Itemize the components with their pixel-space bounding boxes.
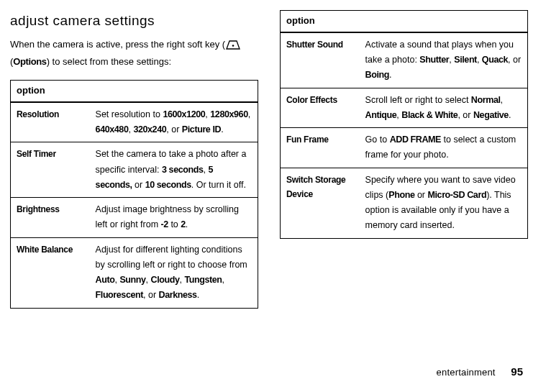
option-value: Tungsten — [184, 275, 222, 285]
intro-paragraph: When the camera is active, press the rig… — [10, 37, 258, 70]
table-header: option — [281, 11, 528, 32]
option-text: . — [221, 124, 223, 135]
option-value: 640x480 — [96, 124, 129, 135]
option-text: , — [146, 275, 151, 285]
table-row: White BalanceAdjust for different lighti… — [11, 237, 258, 308]
table-row: Fun FrameGo to ADD FRAME to select a cus… — [281, 128, 528, 168]
option-value: Picture ID — [182, 124, 221, 135]
option-description: Adjust for different lighting conditions… — [90, 237, 258, 308]
table-row: Self TimerSet the camera to take a photo… — [11, 142, 258, 198]
table-body-left: ResolutionSet resolution to 1600x1200, 1… — [11, 102, 258, 308]
option-value: Fluorescent — [96, 290, 143, 300]
option-text: Scroll left or right to select — [365, 95, 471, 105]
option-value: Sunny — [119, 275, 145, 285]
option-description: Scroll left or right to select Normal, A… — [360, 88, 528, 128]
table-row: BrightnessAdjust image brightness by scr… — [11, 198, 258, 238]
intro-text-2: ) to select from these settings: — [47, 56, 171, 67]
option-value: Normal — [471, 95, 501, 105]
intro-text-1: When the camera is active, press the rig… — [10, 39, 225, 50]
option-text: , or — [166, 124, 182, 135]
option-text: , or — [458, 110, 473, 120]
option-text: Adjust for different lighting conditions… — [96, 245, 247, 270]
table-row: ResolutionSet resolution to 1600x1200, 1… — [11, 102, 258, 142]
option-description: Adjust image brightness by scrolling lef… — [90, 198, 258, 238]
option-text: . Or turn it off. — [191, 180, 246, 190]
options-table-right: option Shutter SoundActivate a sound tha… — [280, 10, 528, 239]
option-value: Antique — [365, 110, 397, 120]
option-name: Brightness — [11, 198, 90, 238]
option-value: Micro-SD Card — [428, 190, 487, 200]
option-text: . — [186, 219, 188, 229]
option-value: Darkness — [159, 290, 197, 300]
option-value: Auto — [96, 275, 115, 285]
table-row: Shutter SoundActivate a sound that plays… — [281, 32, 528, 88]
option-description: Go to ADD FRAME to select a custom frame… — [360, 128, 528, 168]
option-name: Fun Frame — [281, 128, 360, 168]
option-value: Shutter — [419, 55, 449, 65]
option-text: or — [414, 190, 427, 200]
option-text: , — [222, 275, 224, 285]
option-value: Cloudy — [151, 275, 180, 285]
option-value: Black & White — [401, 110, 458, 120]
footer-section: entertainment — [437, 367, 496, 378]
table-row: Color EffectsScroll left or right to sel… — [281, 88, 528, 128]
option-value: ADD FRAME — [390, 135, 441, 145]
option-description: Set resolution to 1600x1200, 1280x960, 6… — [90, 102, 258, 142]
table-body-right: Shutter SoundActivate a sound that plays… — [281, 32, 528, 238]
svg-point-0 — [232, 45, 235, 47]
option-text: . — [509, 110, 511, 120]
option-value: Phone — [388, 190, 414, 200]
option-text: , — [248, 109, 250, 119]
page-title: adjust camera settings — [10, 10, 258, 32]
page-footer: entertainment 95 — [437, 363, 523, 380]
option-value: 1600x1200 — [163, 109, 205, 119]
option-name: Self Timer — [11, 142, 90, 198]
option-value: -2 — [161, 219, 168, 229]
option-description: Set the camera to take a photo after a s… — [90, 142, 258, 198]
option-text: , or — [508, 55, 521, 65]
option-value: 1280x960 — [210, 109, 247, 119]
intro-options-label: Options — [13, 56, 46, 67]
option-name: Switch Storage Device — [281, 168, 360, 238]
softkey-icon — [225, 40, 241, 55]
option-text: or — [132, 180, 145, 190]
option-name: Resolution — [11, 102, 90, 142]
option-name: Color Effects — [281, 88, 360, 128]
footer-page-number: 95 — [511, 365, 523, 378]
option-text: , — [477, 55, 482, 65]
option-value: Silent — [454, 55, 477, 65]
option-value: Quack — [482, 55, 508, 65]
option-text: . — [389, 70, 391, 80]
option-description: Activate a sound that plays when you tak… — [360, 32, 528, 88]
option-text: to — [168, 219, 181, 229]
option-text: . — [197, 290, 199, 300]
table-row: Switch Storage DeviceSpecify where you w… — [281, 168, 528, 238]
table-header: option — [11, 80, 258, 101]
option-text: , — [501, 95, 503, 105]
option-text: , or — [143, 290, 159, 300]
options-table-left: option ResolutionSet resolution to 1600x… — [10, 80, 258, 309]
option-value: 3 seconds — [162, 165, 204, 175]
option-description: Specify where you want to save video cli… — [360, 168, 528, 238]
option-value: 10 seconds — [145, 180, 191, 190]
option-text: Set resolution to — [96, 109, 163, 119]
option-value: Boing — [365, 70, 389, 80]
option-value: 320x240 — [133, 124, 166, 135]
option-text: Go to — [365, 135, 390, 145]
option-name: White Balance — [11, 237, 90, 308]
option-value: Negative — [473, 110, 509, 120]
option-name: Shutter Sound — [281, 32, 360, 88]
